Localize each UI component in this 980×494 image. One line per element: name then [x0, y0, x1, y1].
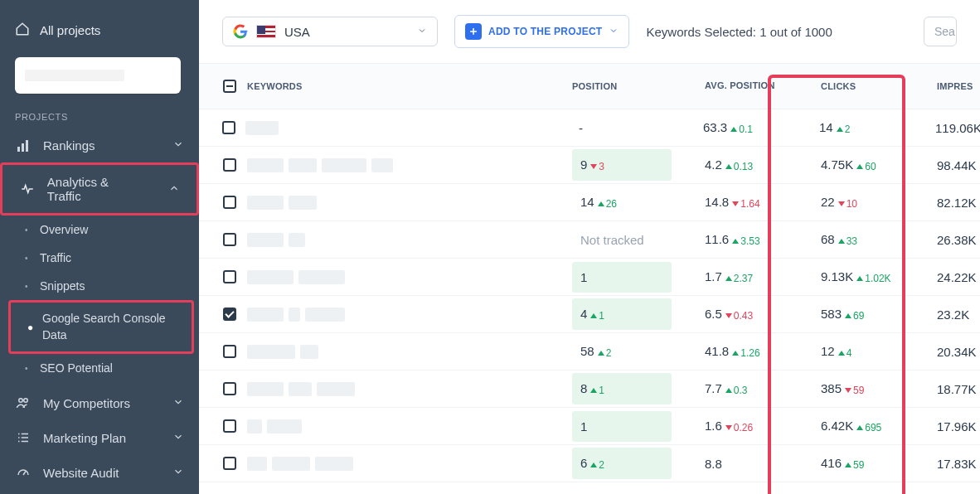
position-delta: 2 — [598, 347, 612, 359]
redacted-text — [247, 419, 262, 433]
table-row: 14 2614.8 1.6422 1082.12K — [199, 184, 980, 221]
position-cell: 14 26 — [572, 186, 672, 218]
sidebar-sub-seo-potential[interactable]: • SEO Potential — [0, 354, 199, 382]
clicks-value: 583 — [821, 307, 842, 321]
keyword-cell[interactable] — [247, 345, 562, 359]
table-row: 8 17.7 0.3385 5918.77K — [199, 370, 980, 408]
col-keywords[interactable]: KEYWORDS — [237, 81, 562, 91]
sidebar-sub-label: Google Search Console Data — [42, 312, 166, 341]
avg-position-value: 14.8 — [705, 195, 729, 209]
clicks-value: 416 — [821, 456, 842, 470]
table-row: 58 241.8 1.2612 420.34K — [199, 333, 980, 370]
bullet-icon: • — [25, 282, 28, 291]
row-checkbox[interactable] — [222, 121, 235, 134]
redacted-text — [289, 196, 317, 210]
highlight-analytics: Analytics & Traffic — [0, 162, 199, 216]
sidebar-sub-label: Snippets — [40, 279, 85, 293]
row-checkbox[interactable] — [223, 270, 236, 283]
redacted-text — [371, 158, 393, 172]
keyword-cell[interactable] — [247, 233, 562, 247]
redacted-text — [289, 233, 305, 247]
redacted-text — [289, 308, 300, 322]
row-checkbox[interactable] — [223, 158, 236, 172]
row-checkbox[interactable] — [223, 382, 236, 395]
country-selector[interactable]: USA — [222, 17, 438, 46]
redacted-text — [247, 382, 284, 396]
chevron-down-icon — [172, 396, 184, 410]
redacted-text — [267, 419, 302, 433]
row-checkbox[interactable] — [223, 419, 236, 433]
avg-position-value: 11.6 — [705, 232, 729, 246]
main-panel: USA ＋ ADD TO THE PROJECT Keywords Select… — [199, 0, 980, 494]
col-avg-position[interactable]: AVG. POSITION — [695, 80, 811, 91]
svg-rect-0 — [17, 147, 20, 152]
sidebar-sub-traffic[interactable]: • Traffic — [0, 244, 199, 272]
table-header: KEYWORDS POSITION AVG. POSITION CLICKS I… — [199, 63, 980, 109]
plus-icon: ＋ — [465, 23, 482, 40]
sidebar-item-marketing[interactable]: Marketing Plan — [0, 420, 199, 455]
table-row: 6 28.8416 5917.83K — [199, 445, 980, 482]
sidebar-item-competitors[interactable]: My Competitors — [0, 385, 199, 420]
all-projects-link[interactable]: All projects — [15, 22, 184, 39]
impressions-value: 20.34K — [937, 345, 977, 359]
avg-position-value: 41.8 — [705, 344, 729, 358]
keyword-cell[interactable] — [247, 158, 562, 172]
col-position[interactable]: POSITION — [562, 81, 695, 91]
keyword-cell[interactable] — [247, 382, 562, 396]
toolbar: USA ＋ ADD TO THE PROJECT Keywords Select… — [199, 0, 980, 63]
col-clicks[interactable]: CLICKS — [811, 81, 927, 91]
projects-section-label: PROJECTS — [0, 112, 199, 122]
position-cell: 9 3 — [572, 149, 672, 181]
project-selector[interactable] — [15, 57, 181, 94]
keyword-cell[interactable] — [247, 270, 562, 284]
clicks-value: 385 — [821, 381, 842, 395]
sidebar-item-analytics[interactable]: Analytics & Traffic — [4, 167, 195, 211]
position-cell: 6 2 — [572, 448, 672, 479]
table-row: 9 34.2 0.134.75K 6098.44K — [199, 147, 980, 184]
row-checkbox[interactable] — [223, 196, 236, 209]
redacted-text — [289, 382, 312, 396]
svg-rect-1 — [22, 143, 24, 152]
search-input[interactable]: Sea — [924, 17, 957, 46]
people-icon — [15, 395, 32, 410]
avg-position-delta: 1.64 — [732, 198, 759, 210]
impressions-value: 18.77K — [937, 382, 977, 396]
add-to-project-button[interactable]: ＋ ADD TO THE PROJECT — [454, 15, 629, 48]
sidebar-sub-overview[interactable]: • Overview — [0, 216, 199, 244]
redacted-text — [315, 457, 353, 471]
redacted-text — [247, 345, 295, 359]
row-checkbox[interactable] — [223, 345, 236, 358]
row-checkbox[interactable] — [223, 233, 236, 246]
row-checkbox[interactable] — [223, 457, 236, 470]
sidebar-item-audit[interactable]: Website Audit — [0, 455, 199, 490]
all-projects-label: All projects — [40, 23, 100, 37]
col-impressions[interactable]: IMPRES — [927, 81, 980, 91]
keyword-cell[interactable] — [247, 308, 562, 322]
keyword-cell[interactable] — [247, 419, 562, 433]
sidebar-sub-snippets[interactable]: • Snippets — [0, 272, 199, 300]
avg-position-delta: 0.1 — [730, 124, 753, 135]
avg-position-value: 1.7 — [705, 269, 722, 283]
position-value: 6 — [580, 456, 587, 470]
position-cell: Not tracked — [572, 225, 672, 255]
position-value: 1 — [580, 419, 587, 433]
keyword-cell[interactable] — [245, 121, 560, 135]
clicks-value: 4.75K — [821, 157, 853, 172]
position-cell: 4 1 — [572, 298, 672, 330]
project-placeholder — [25, 70, 124, 81]
position-delta: 2 — [590, 459, 604, 471]
sidebar-item-rankings[interactable]: Rankings — [0, 128, 199, 162]
keyword-cell[interactable] — [247, 196, 562, 210]
row-checkbox[interactable] — [223, 308, 236, 321]
impressions-value: 82.12K — [937, 196, 977, 210]
chevron-down-icon — [609, 25, 619, 38]
chevron-down-icon — [172, 138, 184, 153]
flag-icon — [256, 25, 276, 38]
redacted-text — [245, 121, 279, 135]
select-all-checkbox[interactable] — [223, 80, 236, 93]
sidebar-item-label: Rankings — [43, 138, 95, 153]
svg-point-3 — [19, 399, 23, 403]
redacted-text — [247, 158, 284, 172]
sidebar-sub-gsc[interactable]: ● Google Search Console Data — [12, 304, 190, 350]
keyword-cell[interactable] — [247, 457, 562, 471]
